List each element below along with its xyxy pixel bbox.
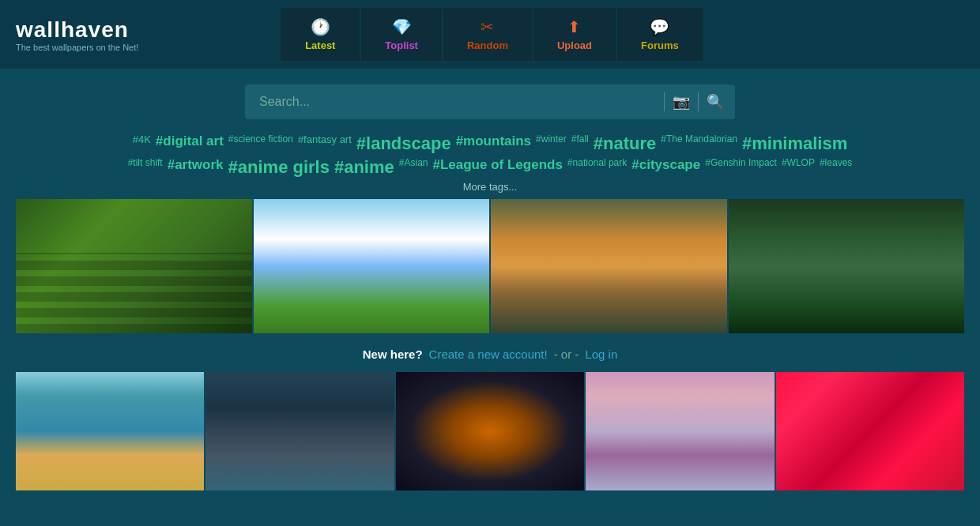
nav-tab-upload[interactable]: ⬆ Upload xyxy=(533,8,616,61)
nav-tabs: 🕐 Latest 💎 Toplist ✂ Random ⬆ Upload 💬 F… xyxy=(281,8,702,61)
tag-league-of-legends[interactable]: #League of Legends xyxy=(432,157,562,178)
tag-fantasy-art[interactable]: #fantasy art xyxy=(298,133,352,154)
tag-leaves[interactable]: #leaves xyxy=(820,157,852,178)
bottom-image-2-inner xyxy=(205,372,394,490)
tag-mountains[interactable]: #mountains xyxy=(456,133,531,154)
top-image-1[interactable] xyxy=(16,199,252,333)
top-image-grid xyxy=(0,196,980,336)
tag-landscape[interactable]: #landscape xyxy=(356,133,451,154)
tag-nature[interactable]: #nature xyxy=(594,133,656,154)
logo-subtitle: The best wallpapers on the Net! xyxy=(16,43,138,52)
header: wallhaven The best wallpapers on the Net… xyxy=(0,0,980,69)
top-image-4-inner xyxy=(729,199,965,333)
new-here-label: New here? xyxy=(363,348,423,361)
bottom-image-1-inner xyxy=(16,372,204,490)
tag-national-park[interactable]: #national park xyxy=(567,157,627,178)
nav-tab-random[interactable]: ✂ Random xyxy=(443,8,532,61)
search-button[interactable]: 🔍 xyxy=(703,90,727,114)
bottom-image-grid xyxy=(0,372,980,498)
bottom-image-1[interactable] xyxy=(16,372,204,490)
nav-tab-forums[interactable]: 💬 Forums xyxy=(617,8,703,61)
bottom-image-2[interactable] xyxy=(205,372,394,490)
tag-anime[interactable]: #anime xyxy=(334,157,394,178)
search-divider2 xyxy=(698,92,699,111)
tag-wlop[interactable]: #WLOP xyxy=(782,157,815,178)
latest-label: Latest xyxy=(305,39,335,51)
bottom-image-3-inner xyxy=(396,372,584,490)
forums-icon: 💬 xyxy=(650,17,669,36)
top-image-2-inner xyxy=(254,199,490,333)
top-image-3[interactable] xyxy=(491,199,727,333)
search-divider xyxy=(664,92,665,111)
tag-science-fiction[interactable]: #science fiction xyxy=(228,133,293,154)
top-image-3-inner xyxy=(491,199,727,333)
nav-tab-toplist[interactable]: 💎 Toplist xyxy=(361,8,442,61)
tag-digital-art[interactable]: #digital art xyxy=(156,133,224,154)
tag-mandalorian[interactable]: #The Mandalorian xyxy=(661,133,737,154)
top-image-1-inner xyxy=(16,199,252,333)
camera-search-button[interactable]: 📷 xyxy=(669,90,693,114)
random-icon: ✂ xyxy=(481,17,494,36)
top-image-4[interactable] xyxy=(729,199,965,333)
bottom-image-5[interactable] xyxy=(776,372,964,490)
tags-row-1: #4K #digital art #science fiction #fanta… xyxy=(133,133,848,154)
tag-anime-girls[interactable]: #anime girls xyxy=(228,157,330,178)
new-here-section: New here? Create a new account! - or - L… xyxy=(0,336,980,372)
tag-fall[interactable]: #fall xyxy=(571,133,589,154)
bottom-image-3[interactable] xyxy=(396,372,584,490)
tag-cityscape[interactable]: #cityscape xyxy=(631,157,700,178)
logo-area: wallhaven The best wallpapers on the Net… xyxy=(16,17,138,52)
latest-icon: 🕐 xyxy=(311,17,330,36)
top-image-2[interactable] xyxy=(254,199,490,333)
tags-area: #4K #digital art #science fiction #fanta… xyxy=(0,127,980,196)
tag-genshin-impact[interactable]: #Genshin Impact xyxy=(705,157,777,178)
tag-artwork[interactable]: #artwork xyxy=(168,157,224,178)
camera-icon: 📷 xyxy=(673,94,690,110)
tag-asian[interactable]: #Asian xyxy=(399,157,428,178)
magnifier-icon: 🔍 xyxy=(707,94,724,110)
bottom-image-4-inner xyxy=(586,372,774,490)
toplist-icon: 💎 xyxy=(392,17,412,36)
bottom-image-4[interactable] xyxy=(586,372,774,490)
logo-title[interactable]: wallhaven xyxy=(16,17,138,43)
search-input[interactable] xyxy=(253,95,659,109)
forums-label: Forums xyxy=(641,39,679,51)
search-bar: 📷 🔍 xyxy=(245,85,735,119)
search-area: 📷 🔍 xyxy=(0,69,980,127)
tag-tilt-shift[interactable]: #tilt shift xyxy=(128,157,163,178)
nav-tab-latest[interactable]: 🕐 Latest xyxy=(281,8,360,61)
toplist-label: Toplist xyxy=(385,39,418,51)
create-account-link[interactable]: Create a new account! xyxy=(429,348,548,361)
upload-icon: ⬆ xyxy=(567,17,581,36)
tag-minimalism[interactable]: #minimalism xyxy=(742,133,847,154)
random-label: Random xyxy=(467,39,508,51)
bottom-image-5-inner xyxy=(776,372,964,490)
upload-label: Upload xyxy=(557,39,592,51)
new-here-separator: - or - xyxy=(554,348,579,361)
tags-row-2: #tilt shift #artwork #anime girls #anime… xyxy=(128,157,853,178)
more-tags-link[interactable]: More tags... xyxy=(463,181,518,193)
login-link[interactable]: Log in xyxy=(585,348,617,361)
tag-winter[interactable]: #winter xyxy=(536,133,567,154)
tag-4k[interactable]: #4K xyxy=(133,133,151,154)
